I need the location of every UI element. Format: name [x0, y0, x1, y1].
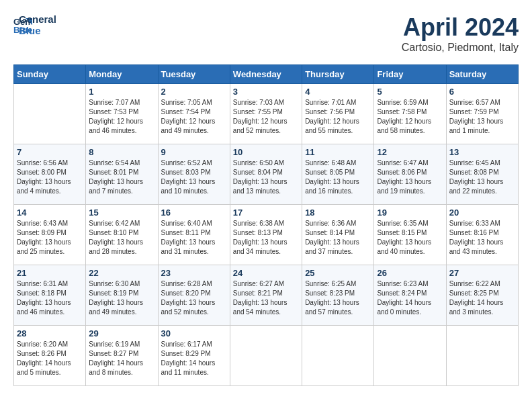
- month-title: April 2024: [402, 13, 519, 42]
- day-cell: 18Sunrise: 6:36 AMSunset: 8:14 PMDayligh…: [302, 205, 374, 265]
- day-cell: 13Sunrise: 6:45 AMSunset: 8:08 PMDayligh…: [446, 144, 518, 205]
- title-area: April 2024 Cartosio, Piedmont, Italy: [402, 13, 519, 54]
- day-cell: [230, 326, 302, 386]
- day-cell: 26Sunrise: 6:23 AMSunset: 8:24 PMDayligh…: [374, 265, 446, 326]
- location-subtitle: Cartosio, Piedmont, Italy: [402, 42, 519, 54]
- day-number: 10: [233, 147, 299, 157]
- day-number: 28: [17, 328, 83, 338]
- day-detail: Sunrise: 6:56 AMSunset: 8:00 PMDaylight:…: [17, 158, 83, 196]
- day-cell: 14Sunrise: 6:43 AMSunset: 8:09 PMDayligh…: [14, 205, 86, 265]
- day-number: 8: [89, 147, 154, 157]
- logo-blue: Blue: [19, 25, 56, 36]
- day-detail: Sunrise: 6:23 AMSunset: 8:24 PMDaylight:…: [377, 279, 443, 317]
- week-row-1: 1Sunrise: 7:07 AMSunset: 7:53 PMDaylight…: [14, 84, 519, 144]
- day-detail: Sunrise: 7:07 AMSunset: 7:53 PMDaylight:…: [89, 98, 154, 136]
- day-detail: Sunrise: 7:01 AMSunset: 7:56 PMDaylight:…: [305, 98, 371, 136]
- day-number: 15: [89, 208, 154, 218]
- week-row-4: 21Sunrise: 6:31 AMSunset: 8:18 PMDayligh…: [14, 265, 519, 326]
- logo-general: General: [19, 13, 56, 25]
- day-cell: 2Sunrise: 7:05 AMSunset: 7:54 PMDaylight…: [158, 84, 230, 144]
- day-cell: 27Sunrise: 6:22 AMSunset: 8:25 PMDayligh…: [446, 265, 518, 326]
- day-detail: Sunrise: 6:36 AMSunset: 8:14 PMDaylight:…: [305, 219, 371, 257]
- day-cell: 19Sunrise: 6:35 AMSunset: 8:15 PMDayligh…: [374, 205, 446, 265]
- day-cell: [374, 326, 446, 386]
- day-number: 19: [377, 208, 443, 218]
- day-cell: 22Sunrise: 6:30 AMSunset: 8:19 PMDayligh…: [86, 265, 158, 326]
- week-row-5: 28Sunrise: 6:20 AMSunset: 8:26 PMDayligh…: [14, 326, 519, 386]
- day-detail: Sunrise: 7:05 AMSunset: 7:54 PMDaylight:…: [161, 98, 227, 136]
- day-number: 25: [305, 268, 371, 278]
- day-detail: Sunrise: 6:48 AMSunset: 8:05 PMDaylight:…: [305, 158, 371, 196]
- day-detail: Sunrise: 6:22 AMSunset: 8:25 PMDaylight:…: [449, 279, 515, 317]
- day-cell: 1Sunrise: 7:07 AMSunset: 7:53 PMDaylight…: [86, 84, 158, 144]
- header-saturday: Saturday: [446, 65, 518, 84]
- day-detail: Sunrise: 6:52 AMSunset: 8:03 PMDaylight:…: [161, 158, 227, 196]
- day-number: 23: [161, 268, 227, 278]
- day-detail: Sunrise: 6:38 AMSunset: 8:13 PMDaylight:…: [233, 219, 299, 257]
- header-sunday: Sunday: [14, 65, 86, 84]
- page-header: General Blue General Blue April 2024 Car…: [13, 13, 519, 54]
- logo: General Blue General Blue: [13, 13, 56, 37]
- header-tuesday: Tuesday: [158, 65, 230, 84]
- week-row-2: 7Sunrise: 6:56 AMSunset: 8:00 PMDaylight…: [14, 144, 519, 205]
- header-wednesday: Wednesday: [230, 65, 302, 84]
- day-cell: 11Sunrise: 6:48 AMSunset: 8:05 PMDayligh…: [302, 144, 374, 205]
- day-number: 26: [377, 268, 443, 278]
- day-cell: 10Sunrise: 6:50 AMSunset: 8:04 PMDayligh…: [230, 144, 302, 205]
- calendar-table: SundayMondayTuesdayWednesdayThursdayFrid…: [13, 64, 519, 386]
- day-number: 14: [17, 208, 83, 218]
- day-cell: 9Sunrise: 6:52 AMSunset: 8:03 PMDaylight…: [158, 144, 230, 205]
- day-cell: 5Sunrise: 6:59 AMSunset: 7:58 PMDaylight…: [374, 84, 446, 144]
- day-number: 24: [233, 268, 299, 278]
- day-number: 13: [449, 147, 515, 157]
- day-cell: 15Sunrise: 6:42 AMSunset: 8:10 PMDayligh…: [86, 205, 158, 265]
- day-number: 16: [161, 208, 227, 218]
- day-number: 18: [305, 208, 371, 218]
- day-detail: Sunrise: 6:42 AMSunset: 8:10 PMDaylight:…: [89, 219, 154, 257]
- day-cell: 28Sunrise: 6:20 AMSunset: 8:26 PMDayligh…: [14, 326, 86, 386]
- day-cell: 23Sunrise: 6:28 AMSunset: 8:20 PMDayligh…: [158, 265, 230, 326]
- day-detail: Sunrise: 6:57 AMSunset: 7:59 PMDaylight:…: [449, 98, 515, 136]
- day-number: 22: [89, 268, 154, 278]
- day-cell: 6Sunrise: 6:57 AMSunset: 7:59 PMDaylight…: [446, 84, 518, 144]
- day-number: 29: [89, 328, 154, 338]
- header-thursday: Thursday: [302, 65, 374, 84]
- day-detail: Sunrise: 6:19 AMSunset: 8:27 PMDaylight:…: [89, 340, 154, 377]
- day-cell: 16Sunrise: 6:40 AMSunset: 8:11 PMDayligh…: [158, 205, 230, 265]
- day-cell: 12Sunrise: 6:47 AMSunset: 8:06 PMDayligh…: [374, 144, 446, 205]
- day-number: 7: [17, 147, 83, 157]
- day-detail: Sunrise: 6:33 AMSunset: 8:16 PMDaylight:…: [449, 219, 515, 257]
- day-cell: 24Sunrise: 6:27 AMSunset: 8:21 PMDayligh…: [230, 265, 302, 326]
- header-friday: Friday: [374, 65, 446, 84]
- day-cell: 25Sunrise: 6:25 AMSunset: 8:23 PMDayligh…: [302, 265, 374, 326]
- day-number: 9: [161, 147, 227, 157]
- day-cell: 21Sunrise: 6:31 AMSunset: 8:18 PMDayligh…: [14, 265, 86, 326]
- day-detail: Sunrise: 6:47 AMSunset: 8:06 PMDaylight:…: [377, 158, 443, 196]
- header-monday: Monday: [86, 65, 158, 84]
- day-number: 12: [377, 147, 443, 157]
- day-detail: Sunrise: 7:03 AMSunset: 7:55 PMDaylight:…: [233, 98, 299, 136]
- day-number: 5: [377, 87, 443, 97]
- day-cell: 7Sunrise: 6:56 AMSunset: 8:00 PMDaylight…: [14, 144, 86, 205]
- day-cell: 8Sunrise: 6:54 AMSunset: 8:01 PMDaylight…: [86, 144, 158, 205]
- day-number: 3: [233, 87, 299, 97]
- day-number: 6: [449, 87, 515, 97]
- day-cell: 29Sunrise: 6:19 AMSunset: 8:27 PMDayligh…: [86, 326, 158, 386]
- day-detail: Sunrise: 6:17 AMSunset: 8:29 PMDaylight:…: [161, 340, 227, 377]
- day-detail: Sunrise: 6:28 AMSunset: 8:20 PMDaylight:…: [161, 279, 227, 317]
- day-detail: Sunrise: 6:20 AMSunset: 8:26 PMDaylight:…: [17, 340, 83, 377]
- day-cell: 3Sunrise: 7:03 AMSunset: 7:55 PMDaylight…: [230, 84, 302, 144]
- day-cell: 20Sunrise: 6:33 AMSunset: 8:16 PMDayligh…: [446, 205, 518, 265]
- week-row-3: 14Sunrise: 6:43 AMSunset: 8:09 PMDayligh…: [14, 205, 519, 265]
- day-detail: Sunrise: 6:40 AMSunset: 8:11 PMDaylight:…: [161, 219, 227, 257]
- day-number: 20: [449, 208, 515, 218]
- day-detail: Sunrise: 6:43 AMSunset: 8:09 PMDaylight:…: [17, 219, 83, 257]
- day-detail: Sunrise: 6:31 AMSunset: 8:18 PMDaylight:…: [17, 279, 83, 317]
- day-detail: Sunrise: 6:45 AMSunset: 8:08 PMDaylight:…: [449, 158, 515, 196]
- day-detail: Sunrise: 6:35 AMSunset: 8:15 PMDaylight:…: [377, 219, 443, 257]
- day-number: 11: [305, 147, 371, 157]
- day-number: 27: [449, 268, 515, 278]
- day-detail: Sunrise: 6:25 AMSunset: 8:23 PMDaylight:…: [305, 279, 371, 317]
- day-detail: Sunrise: 6:59 AMSunset: 7:58 PMDaylight:…: [377, 98, 443, 136]
- day-detail: Sunrise: 6:27 AMSunset: 8:21 PMDaylight:…: [233, 279, 299, 317]
